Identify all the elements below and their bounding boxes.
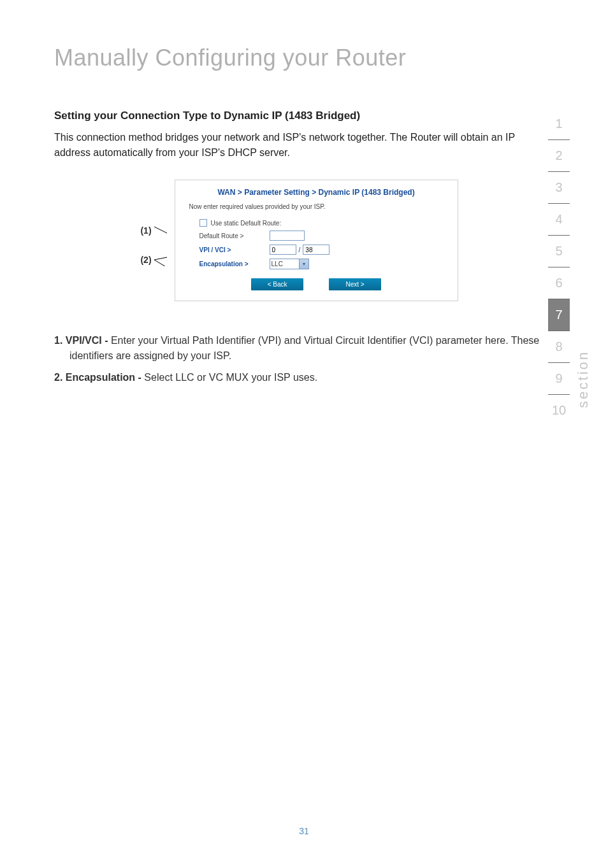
default-route-input[interactable] (270, 231, 305, 241)
list-item-1-label: 1. VPI/VCI - (54, 335, 111, 346)
callout-2: (2) (140, 252, 169, 267)
callout-arrow-icon (153, 253, 170, 266)
static-route-label: Use static Default Route: (211, 220, 282, 227)
vci-input[interactable] (303, 245, 329, 255)
callout-1-text: (1) (140, 225, 151, 236)
encapsulation-value: LLC (271, 260, 283, 267)
static-route-checkbox[interactable] (199, 219, 207, 227)
callout-labels: (1) (2) (140, 180, 169, 267)
nav-3[interactable]: 3 (548, 172, 570, 204)
list-item-2-text: Select LLC or VC MUX your ISP uses. (144, 372, 317, 383)
encapsulation-label: Encapsulation > (199, 260, 270, 267)
vpi-vci-row: VPI / VCI > / (184, 245, 449, 255)
panel-breadcrumb: WAN > Parameter Setting > Dynamic IP (14… (184, 188, 449, 197)
panel-instruction: Now enter required values provided by yo… (189, 203, 449, 210)
wan-settings-panel: WAN > Parameter Setting > Dynamic IP (14… (175, 180, 458, 301)
list-item-2-label: 2. Encapsulation - (54, 372, 144, 383)
list-item-1: 1. VPI/VCI - Enter your Virtual Path Ide… (54, 333, 544, 364)
chevron-down-icon: ▾ (299, 259, 308, 269)
page-number: 31 (299, 826, 309, 836)
nav-7[interactable]: 7 (548, 299, 570, 331)
nav-4[interactable]: 4 (548, 204, 570, 236)
nav-6[interactable]: 6 (548, 267, 570, 299)
nav-1[interactable]: 1 (548, 108, 570, 140)
svg-line-0 (154, 227, 167, 233)
intro-paragraph: This connection method bridges your netw… (54, 130, 544, 160)
default-route-label: Default Route > (199, 232, 270, 239)
vpi-input[interactable] (270, 245, 296, 255)
nav-10[interactable]: 10 (548, 395, 570, 426)
next-button[interactable]: Next > (329, 278, 381, 290)
callout-1: (1) (140, 223, 169, 238)
section-heading: Setting your Connection Type to Dynamic … (54, 110, 544, 122)
content-area: Setting your Connection Type to Dynamic … (0, 71, 608, 385)
svg-line-2 (154, 260, 167, 266)
button-row: < Back Next > (184, 278, 449, 290)
nav-5[interactable]: 5 (548, 236, 570, 267)
back-button[interactable]: < Back (251, 278, 303, 290)
numbered-list: 1. VPI/VCI - Enter your Virtual Path Ide… (54, 333, 544, 385)
list-item-1-text: Enter your Virtual Path Identifier (VPI)… (69, 335, 539, 361)
screenshot-wrapper: (1) (2) WAN > Parameter Setting > Dynami… (54, 180, 544, 301)
default-route-row: Default Route > (184, 231, 449, 241)
screenshot-container: (1) (2) WAN > Parameter Setting > Dynami… (140, 180, 458, 301)
callout-arrow-icon (153, 224, 170, 237)
list-item-2: 2. Encapsulation - Select LLC or VC MUX … (54, 370, 544, 385)
encapsulation-select[interactable]: LLC ▾ (270, 259, 309, 269)
callout-2-text: (2) (140, 255, 151, 265)
nav-9[interactable]: 9 (548, 363, 570, 395)
svg-line-1 (154, 257, 167, 260)
nav-8[interactable]: 8 (548, 331, 570, 363)
vpi-vci-separator: / (299, 246, 301, 253)
section-vertical-label: section (575, 350, 591, 408)
static-route-row: Use static Default Route: (184, 219, 449, 227)
section-nav: 1 2 3 4 5 6 7 8 9 10 (548, 108, 570, 426)
page-title: Manually Configuring your Router (0, 0, 608, 71)
encapsulation-row: Encapsulation > LLC ▾ (184, 259, 449, 269)
nav-2[interactable]: 2 (548, 140, 570, 172)
vpi-vci-label: VPI / VCI > (199, 246, 270, 253)
